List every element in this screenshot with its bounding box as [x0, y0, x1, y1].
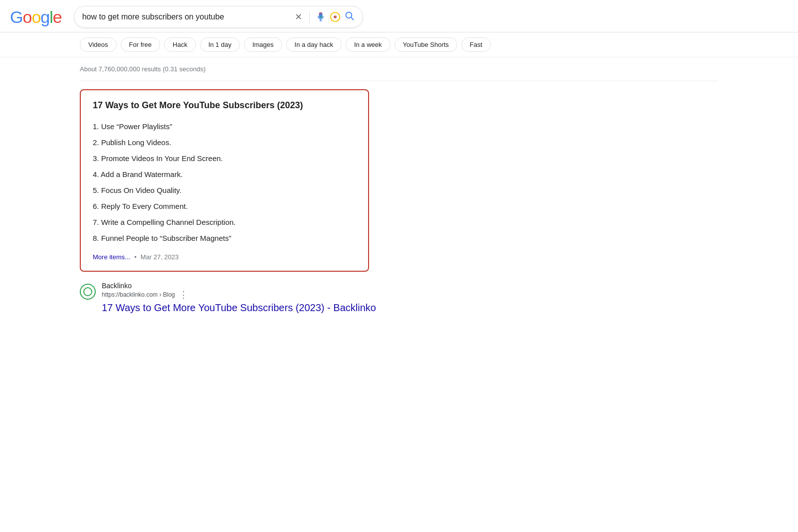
logo-g: G — [10, 7, 22, 27]
list-item: 1. Use “Power Playlists” — [93, 119, 356, 135]
snippet-footer: More items... • Mar 27, 2023 — [93, 253, 356, 261]
search-icons: ✕ — [294, 10, 355, 23]
search-icon[interactable] — [345, 11, 355, 23]
logo-e: e — [53, 7, 62, 27]
featured-snippet: 17 Ways to Get More YouTube Subscribers … — [80, 89, 369, 272]
result-url: https://backlinko.com › Blog — [102, 291, 175, 298]
chip-in-a-day-hack[interactable]: In a day hack — [286, 37, 342, 52]
more-items-link[interactable]: More items... — [93, 253, 130, 261]
result-site-name: Backlinko — [102, 282, 379, 290]
chip-fast[interactable]: Fast — [461, 37, 491, 52]
svg-line-5 — [351, 17, 354, 19]
logo-o2: o — [31, 7, 40, 27]
snippet-list: 1. Use “Power Playlists” 2. Publish Long… — [93, 119, 356, 246]
list-item: 3. Promote Videos In Your End Screen. — [93, 151, 356, 167]
logo-g2: g — [40, 7, 49, 27]
results-count: About 7,760,000,000 results (0.31 second… — [80, 65, 205, 73]
chip-in-a-week[interactable]: In a week — [346, 37, 391, 52]
list-item: 4. Add a Brand Watermark. — [93, 167, 356, 182]
snippet-date: Mar 27, 2023 — [141, 253, 179, 261]
logo-o1: o — [22, 7, 31, 27]
list-item: 5. Focus On Video Quality. — [93, 182, 356, 198]
header: Google ✕ — [0, 0, 798, 32]
snippet-title: 17 Ways to Get More YouTube Subscribers … — [93, 100, 356, 111]
chip-hack[interactable]: Hack — [164, 37, 196, 52]
list-item: 2. Publish Long Videos. — [93, 135, 356, 151]
result-url-row: https://backlinko.com › Blog ⋮ — [102, 290, 379, 299]
list-item: 7. Write a Compelling Channel Descriptio… — [93, 214, 356, 230]
lens-icon[interactable] — [330, 11, 341, 22]
organic-result: Backlinko https://backlinko.com › Blog ⋮… — [80, 282, 379, 314]
result-options-icon[interactable]: ⋮ — [179, 290, 188, 299]
chip-in-1-day[interactable]: In 1 day — [200, 37, 240, 52]
svg-point-3 — [334, 15, 337, 18]
clear-icon[interactable]: ✕ — [294, 10, 303, 23]
main-content: 17 Ways to Get More YouTube Subscribers … — [0, 89, 429, 314]
site-icon — [80, 284, 96, 300]
list-item: 6. Reply To Every Comment. — [93, 198, 356, 214]
list-item: 8. Funnel People to “Subscriber Magnets” — [93, 230, 356, 246]
results-divider — [80, 81, 718, 81]
snippet-bullet: • — [134, 253, 137, 261]
search-divider — [309, 11, 310, 23]
mic-icon[interactable] — [316, 12, 326, 22]
google-logo[interactable]: Google — [10, 7, 62, 27]
search-bar: ✕ — [74, 6, 363, 28]
chip-images[interactable]: Images — [244, 37, 282, 52]
chip-youtube-shorts[interactable]: YouTube Shorts — [395, 37, 457, 52]
search-input[interactable] — [82, 12, 289, 21]
chip-for-free[interactable]: For free — [121, 37, 161, 52]
results-info: About 7,760,000,000 results (0.31 second… — [0, 57, 798, 77]
filter-chips: Videos For free Hack In 1 day Images In … — [0, 32, 798, 57]
result-title[interactable]: 17 Ways to Get More YouTube Subscribers … — [102, 301, 379, 314]
site-icon-inner — [83, 287, 92, 296]
chip-videos[interactable]: Videos — [80, 37, 117, 52]
result-meta: Backlinko https://backlinko.com › Blog ⋮… — [102, 282, 379, 314]
